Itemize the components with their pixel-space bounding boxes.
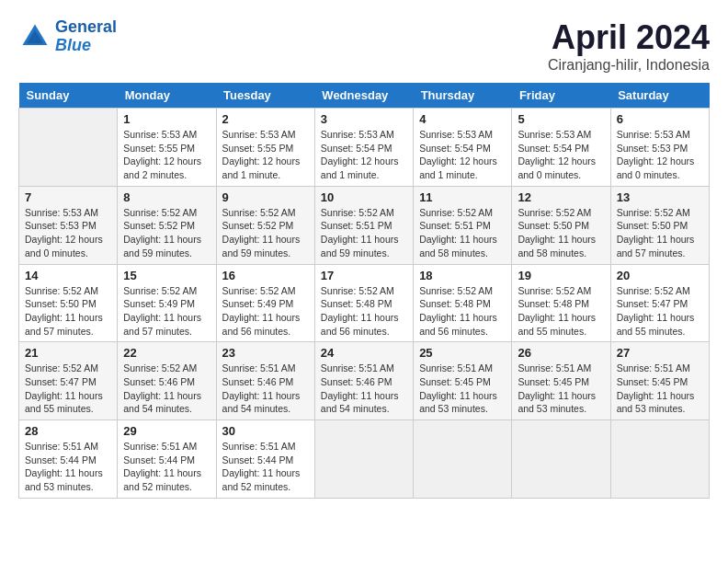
- day-number: 20: [617, 269, 703, 282]
- day-number: 10: [321, 190, 407, 204]
- weekday-header: Monday: [118, 83, 216, 109]
- logo: General Blue: [18, 18, 117, 55]
- calendar-cell: 1Sunrise: 5:53 AM Sunset: 5:55 PM Daylig…: [118, 109, 216, 187]
- day-info: Sunrise: 5:53 AM Sunset: 5:53 PM Dayligh…: [617, 128, 703, 182]
- day-number: 27: [617, 346, 703, 360]
- day-info: Sunrise: 5:52 AM Sunset: 5:52 PM Dayligh…: [123, 206, 210, 260]
- day-info: Sunrise: 5:53 AM Sunset: 5:54 PM Dayligh…: [321, 128, 407, 182]
- day-number: 15: [123, 269, 210, 282]
- calendar-cell: 8Sunrise: 5:52 AM Sunset: 5:52 PM Daylig…: [118, 186, 216, 264]
- calendar-cell: 26Sunrise: 5:51 AM Sunset: 5:45 PM Dayli…: [512, 342, 610, 420]
- calendar-week-row: 7Sunrise: 5:53 AM Sunset: 5:53 PM Daylig…: [19, 186, 710, 264]
- calendar-cell: 20Sunrise: 5:52 AM Sunset: 5:47 PM Dayli…: [610, 264, 709, 342]
- weekday-header: Sunday: [19, 83, 118, 109]
- calendar-cell: [512, 420, 610, 499]
- weekday-header: Saturday: [610, 83, 709, 109]
- calendar-week-row: 28Sunrise: 5:51 AM Sunset: 5:44 PM Dayli…: [19, 420, 710, 499]
- calendar-cell: 7Sunrise: 5:53 AM Sunset: 5:53 PM Daylig…: [19, 186, 118, 264]
- day-number: 13: [617, 190, 703, 204]
- day-info: Sunrise: 5:53 AM Sunset: 5:55 PM Dayligh…: [123, 128, 210, 182]
- day-number: 26: [518, 346, 604, 360]
- title-area: April 2024 Ciranjang-hilir, Indonesia: [548, 18, 710, 74]
- day-number: 4: [419, 112, 506, 126]
- logo-text: General Blue: [55, 18, 117, 55]
- day-number: 12: [518, 190, 604, 204]
- day-number: 17: [321, 269, 407, 282]
- day-number: 2: [222, 112, 309, 126]
- weekday-row: SundayMondayTuesdayWednesdayThursdayFrid…: [19, 83, 710, 109]
- day-number: 16: [222, 269, 309, 282]
- day-number: 1: [123, 112, 210, 126]
- day-info: Sunrise: 5:52 AM Sunset: 5:46 PM Dayligh…: [123, 362, 210, 416]
- calendar-cell: 5Sunrise: 5:53 AM Sunset: 5:54 PM Daylig…: [512, 109, 610, 187]
- calendar-table: SundayMondayTuesdayWednesdayThursdayFrid…: [18, 83, 710, 499]
- calendar-title: April 2024: [548, 18, 710, 57]
- calendar-cell: 21Sunrise: 5:52 AM Sunset: 5:47 PM Dayli…: [19, 342, 118, 420]
- calendar-cell: 10Sunrise: 5:52 AM Sunset: 5:51 PM Dayli…: [314, 186, 413, 264]
- calendar-cell: 6Sunrise: 5:53 AM Sunset: 5:53 PM Daylig…: [610, 109, 709, 187]
- day-info: Sunrise: 5:51 AM Sunset: 5:44 PM Dayligh…: [222, 440, 309, 494]
- day-info: Sunrise: 5:52 AM Sunset: 5:48 PM Dayligh…: [321, 284, 407, 339]
- day-info: Sunrise: 5:53 AM Sunset: 5:54 PM Dayligh…: [518, 128, 604, 182]
- day-info: Sunrise: 5:53 AM Sunset: 5:54 PM Dayligh…: [419, 128, 506, 182]
- day-info: Sunrise: 5:52 AM Sunset: 5:50 PM Dayligh…: [518, 206, 604, 260]
- calendar-cell: 23Sunrise: 5:51 AM Sunset: 5:46 PM Dayli…: [216, 342, 314, 420]
- day-number: 9: [222, 190, 309, 204]
- day-number: 21: [25, 346, 111, 360]
- calendar-subtitle: Ciranjang-hilir, Indonesia: [548, 57, 710, 74]
- calendar-cell: 22Sunrise: 5:52 AM Sunset: 5:46 PM Dayli…: [118, 342, 216, 420]
- calendar-cell: 3Sunrise: 5:53 AM Sunset: 5:54 PM Daylig…: [314, 109, 413, 187]
- day-info: Sunrise: 5:51 AM Sunset: 5:44 PM Dayligh…: [25, 440, 111, 494]
- day-number: 3: [321, 112, 407, 126]
- calendar-week-row: 14Sunrise: 5:52 AM Sunset: 5:50 PM Dayli…: [19, 264, 710, 342]
- calendar-cell: 30Sunrise: 5:51 AM Sunset: 5:44 PM Dayli…: [216, 420, 314, 499]
- calendar-cell: 27Sunrise: 5:51 AM Sunset: 5:45 PM Dayli…: [610, 342, 709, 420]
- day-info: Sunrise: 5:52 AM Sunset: 5:47 PM Dayligh…: [25, 362, 111, 416]
- day-number: 6: [617, 112, 703, 126]
- day-info: Sunrise: 5:52 AM Sunset: 5:48 PM Dayligh…: [419, 284, 506, 339]
- calendar-cell: 2Sunrise: 5:53 AM Sunset: 5:55 PM Daylig…: [216, 109, 314, 187]
- day-info: Sunrise: 5:51 AM Sunset: 5:46 PM Dayligh…: [321, 362, 407, 416]
- logo-line2: Blue: [55, 36, 91, 54]
- calendar-cell: 28Sunrise: 5:51 AM Sunset: 5:44 PM Dayli…: [19, 420, 118, 499]
- weekday-header: Friday: [512, 83, 610, 109]
- day-number: 28: [25, 424, 111, 438]
- calendar-cell: 15Sunrise: 5:52 AM Sunset: 5:49 PM Dayli…: [118, 264, 216, 342]
- day-number: 22: [123, 346, 210, 360]
- day-number: 29: [123, 424, 210, 438]
- day-number: 14: [25, 269, 111, 282]
- calendar-header: SundayMondayTuesdayWednesdayThursdayFrid…: [19, 83, 710, 109]
- day-number: 23: [222, 346, 309, 360]
- day-number: 19: [518, 269, 604, 282]
- day-info: Sunrise: 5:52 AM Sunset: 5:49 PM Dayligh…: [222, 284, 309, 339]
- calendar-cell: 4Sunrise: 5:53 AM Sunset: 5:54 PM Daylig…: [414, 109, 512, 187]
- day-info: Sunrise: 5:52 AM Sunset: 5:48 PM Dayligh…: [518, 284, 604, 339]
- calendar-body: 1Sunrise: 5:53 AM Sunset: 5:55 PM Daylig…: [19, 109, 710, 499]
- day-info: Sunrise: 5:52 AM Sunset: 5:50 PM Dayligh…: [617, 206, 703, 260]
- calendar-week-row: 1Sunrise: 5:53 AM Sunset: 5:55 PM Daylig…: [19, 109, 710, 187]
- day-number: 18: [419, 269, 506, 282]
- day-info: Sunrise: 5:52 AM Sunset: 5:52 PM Dayligh…: [222, 206, 309, 260]
- day-info: Sunrise: 5:51 AM Sunset: 5:45 PM Dayligh…: [419, 362, 506, 416]
- day-number: 8: [123, 190, 210, 204]
- day-number: 24: [321, 346, 407, 360]
- calendar-cell: [314, 420, 413, 499]
- day-info: Sunrise: 5:52 AM Sunset: 5:51 PM Dayligh…: [419, 206, 506, 260]
- calendar-cell: 11Sunrise: 5:52 AM Sunset: 5:51 PM Dayli…: [414, 186, 512, 264]
- calendar-cell: 25Sunrise: 5:51 AM Sunset: 5:45 PM Dayli…: [414, 342, 512, 420]
- day-number: 5: [518, 112, 604, 126]
- logo-icon: [18, 20, 51, 53]
- day-info: Sunrise: 5:51 AM Sunset: 5:45 PM Dayligh…: [518, 362, 604, 416]
- calendar-week-row: 21Sunrise: 5:52 AM Sunset: 5:47 PM Dayli…: [19, 342, 710, 420]
- calendar-cell: 19Sunrise: 5:52 AM Sunset: 5:48 PM Dayli…: [512, 264, 610, 342]
- day-info: Sunrise: 5:51 AM Sunset: 5:44 PM Dayligh…: [123, 440, 210, 494]
- calendar-cell: 16Sunrise: 5:52 AM Sunset: 5:49 PM Dayli…: [216, 264, 314, 342]
- calendar-cell: [414, 420, 512, 499]
- day-info: Sunrise: 5:52 AM Sunset: 5:51 PM Dayligh…: [321, 206, 407, 260]
- calendar-cell: 24Sunrise: 5:51 AM Sunset: 5:46 PM Dayli…: [314, 342, 413, 420]
- logo-line1: General: [55, 17, 117, 36]
- calendar-cell: 29Sunrise: 5:51 AM Sunset: 5:44 PM Dayli…: [118, 420, 216, 499]
- calendar-cell: 13Sunrise: 5:52 AM Sunset: 5:50 PM Dayli…: [610, 186, 709, 264]
- day-number: 30: [222, 424, 309, 438]
- calendar-cell: 9Sunrise: 5:52 AM Sunset: 5:52 PM Daylig…: [216, 186, 314, 264]
